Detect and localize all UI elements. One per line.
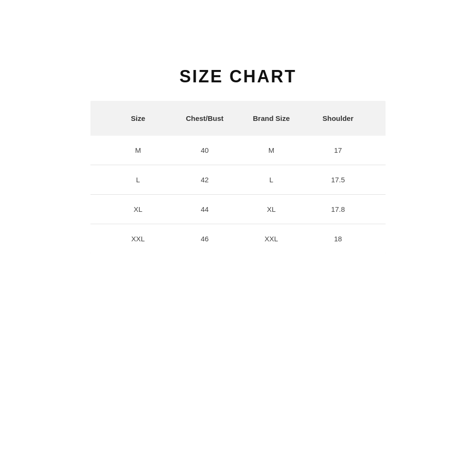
table-body: M 40 M 17 L 42 L 17.5 XL 44 XL 17.8 XXL … [90, 136, 386, 253]
table-row: XXL 46 XXL 18 [90, 224, 386, 253]
cell-brand-l: L [238, 176, 305, 184]
table-header: Size Chest/Bust Brand Size Shoulder [90, 101, 386, 136]
cell-size-xl: XL [105, 205, 171, 213]
header-shoulder: Shoulder [305, 114, 371, 122]
header-brand: Brand Size [238, 114, 305, 122]
table-row: XL 44 XL 17.8 [90, 195, 386, 224]
header-chest: Chest/Bust [171, 114, 238, 122]
cell-brand-xl: XL [238, 205, 305, 213]
cell-size-xxl: XXL [105, 235, 171, 243]
cell-chest-xl: 44 [171, 205, 238, 213]
cell-size-m: M [105, 146, 171, 154]
cell-shoulder-xl: 17.8 [305, 205, 371, 213]
cell-chest-l: 42 [171, 176, 238, 184]
header-size: Size [105, 114, 171, 122]
table-row: L 42 L 17.5 [90, 165, 386, 195]
cell-chest-xxl: 46 [171, 235, 238, 243]
size-chart-table: Size Chest/Bust Brand Size Shoulder M 40… [90, 101, 386, 253]
cell-shoulder-m: 17 [305, 146, 371, 154]
cell-shoulder-l: 17.5 [305, 176, 371, 184]
page-title: SIZE CHART [179, 67, 297, 87]
cell-brand-xxl: XXL [238, 235, 305, 243]
cell-shoulder-xxl: 18 [305, 235, 371, 243]
cell-size-l: L [105, 176, 171, 184]
page-container: SIZE CHART Size Chest/Bust Brand Size Sh… [0, 0, 476, 476]
table-row: M 40 M 17 [90, 136, 386, 165]
cell-chest-m: 40 [171, 146, 238, 154]
cell-brand-m: M [238, 146, 305, 154]
